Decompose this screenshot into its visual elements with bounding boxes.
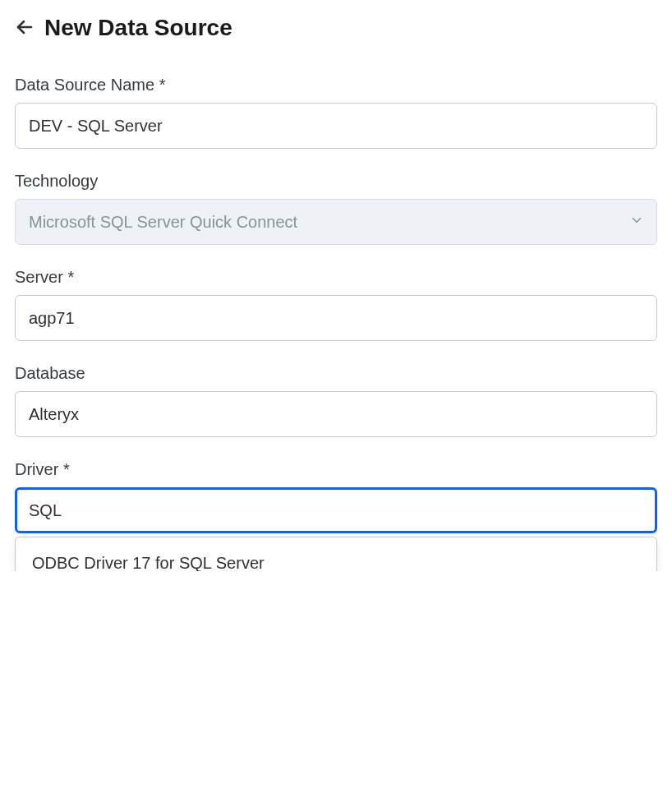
input-server[interactable] (15, 295, 657, 341)
input-database[interactable] (15, 391, 657, 437)
field-data-source-name: Data Source Name * (15, 76, 657, 149)
input-data-source-name[interactable] (15, 103, 657, 149)
back-button[interactable] (15, 17, 35, 39)
field-server: Server * (15, 268, 657, 341)
select-technology[interactable]: Microsoft SQL Server Quick Connect (15, 199, 657, 245)
field-database: Database (15, 364, 657, 437)
label-data-source-name: Data Source Name * (15, 76, 657, 95)
select-technology-wrapper: Microsoft SQL Server Quick Connect (15, 199, 657, 245)
driver-option[interactable]: ODBC Driver 17 for SQL Server (16, 537, 656, 571)
page-title: New Data Source (44, 15, 232, 41)
label-driver: Driver * (15, 460, 657, 479)
driver-dropdown-panel: ODBC Driver 17 for SQL ServerODBC Driver… (15, 537, 657, 571)
input-driver[interactable] (15, 487, 657, 533)
label-server: Server * (15, 268, 657, 287)
page-header: New Data Source (15, 15, 657, 41)
label-technology: Technology (15, 172, 657, 191)
label-database: Database (15, 364, 657, 383)
field-technology: Technology Microsoft SQL Server Quick Co… (15, 172, 657, 245)
select-technology-value: Microsoft SQL Server Quick Connect (29, 213, 297, 232)
arrow-left-icon (15, 17, 35, 39)
field-driver: Driver * ODBC Driver 17 for SQL ServerOD… (15, 460, 657, 533)
